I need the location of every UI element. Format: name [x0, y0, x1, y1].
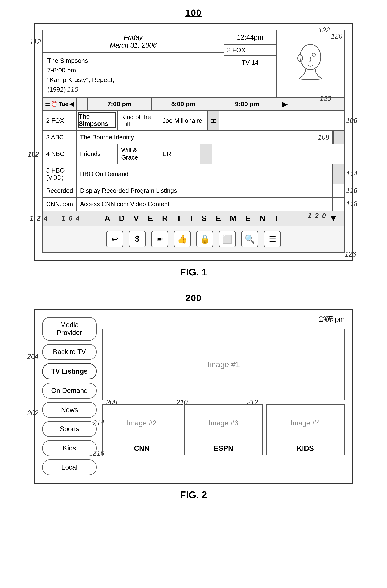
h-spacer-5: [333, 184, 344, 197]
program-bourne[interactable]: The Bourne Identity: [77, 131, 333, 144]
annot-124: 124: [30, 214, 51, 222]
nav-down-arrow[interactable]: ▼: [329, 214, 341, 223]
menu-back-to-tv[interactable]: Back to TV: [42, 344, 97, 360]
h-spacer-4: [333, 164, 344, 184]
program-joe-million[interactable]: Joe Millionaire: [159, 111, 208, 130]
fig2-content: 206 2:07 pm Image #1 208 210 212 214 216…: [102, 315, 345, 475]
program-recorded[interactable]: Display Recorded Program Listings: [77, 184, 333, 197]
ctrl-square-btn[interactable]: ⬜: [219, 231, 236, 248]
time-col-3: 9:00 pm: [215, 98, 279, 110]
thumb-label-1: ESPN: [185, 442, 262, 455]
menu-sports[interactable]: Sports: [42, 421, 97, 437]
program-cnn-video[interactable]: Access CNN.com Video Content: [77, 197, 333, 211]
fig1-label: 100: [185, 7, 202, 18]
fig1-caption: FIG. 1: [180, 267, 207, 278]
annot-108: 108: [318, 133, 329, 141]
ctrl-menu-btn[interactable]: ☰: [264, 231, 281, 248]
ctrl-search-btn[interactable]: 🔍: [241, 231, 258, 248]
h-button[interactable]: H: [208, 111, 219, 130]
h-spacer-6: [333, 197, 344, 211]
thumb-image-1: Image #3: [185, 405, 262, 442]
grid-section: 120 ☰ ⏰ 102 Tue ◀ 7:00 pm 8:00 pm 9:00 p…: [42, 98, 345, 211]
fig2-caption: FIG. 2: [180, 489, 207, 501]
channel-abc: 3 ABC: [43, 131, 77, 144]
annot-206: 206: [322, 315, 333, 323]
time-col-1: 7:00 pm: [88, 98, 152, 110]
thumb-item-1[interactable]: Image #3 ESPN: [184, 404, 263, 455]
annot-116: 116: [346, 187, 357, 195]
channel-nbc: 4 NBC: [43, 144, 77, 164]
channel-hbo: 5 HBO (VOD): [43, 164, 77, 184]
row-abc: 108 3 ABC The Bourne Identity: [43, 131, 344, 144]
fig2-main-image: Image #1: [102, 329, 345, 400]
fig2-thumbnails-grid: Image #2 CNN Image #3 ESPN Image #4 KIDS: [102, 404, 345, 455]
row-fox: 106 2 FOX The Simpsons King of the Hill …: [43, 111, 344, 131]
program-friends[interactable]: Friends: [77, 144, 118, 164]
row-hbo: 114 5 HBO (VOD) HBO On Demand: [43, 164, 344, 184]
ctrl-thumbs-btn[interactable]: 👍: [174, 231, 191, 248]
channel-recorded: Recorded: [43, 184, 77, 197]
info-time-display: 12:44pm: [224, 30, 276, 45]
program-king-hill[interactable]: King of the Hill: [118, 111, 159, 130]
svg-point-0: [300, 44, 321, 69]
grid-header-nav[interactable]: ☰ ⏰ 102 Tue ◀: [43, 98, 77, 110]
h-spacer-3: [200, 144, 212, 164]
menu-local[interactable]: Local: [42, 460, 97, 475]
avatar-image: [286, 43, 335, 84]
ctrl-lock-btn[interactable]: 🔒: [196, 231, 213, 248]
grid-header-row: ☰ ⏰ 102 Tue ◀ 7:00 pm 8:00 pm 9:00 pm ▶: [43, 98, 344, 111]
info-center-panel: 12:44pm 2 FOX TV-14: [224, 30, 277, 97]
time-col-2: 8:00 pm: [152, 98, 215, 110]
annot-120a: 120: [331, 32, 342, 40]
annot-110: 110: [67, 84, 78, 95]
thumb-image-2: Image #4: [267, 405, 344, 442]
info-date: Friday March 31, 2006: [43, 30, 224, 53]
row-nbc: 4 NBC Friends Will & Grace ER: [43, 144, 344, 164]
program-er[interactable]: ER: [159, 144, 200, 164]
thumb-item-2[interactable]: Image #4 KIDS: [266, 404, 345, 455]
info-channel: 2 FOX: [224, 45, 276, 56]
thumb-image-0: Image #2: [103, 405, 181, 442]
channel-fox: 2 FOX: [43, 111, 77, 130]
annot-114: 114: [346, 170, 357, 178]
info-show: The Simpsons 7-8:00 pm "Kamp Krusty", Re…: [43, 53, 224, 97]
info-avatar-area: 120: [277, 30, 344, 97]
program-hbo-demand[interactable]: HBO On Demand: [77, 164, 333, 184]
thumb-item-0[interactable]: Image #2 CNN: [102, 404, 181, 455]
control-bar: ↩ $ ✏ 👍 🔒 ⬜ 🔍 ☰: [42, 226, 345, 252]
fig2-header: 206 2:07 pm: [102, 315, 345, 325]
menu-news[interactable]: News: [42, 402, 97, 418]
ctrl-dollar-btn[interactable]: $: [129, 231, 146, 248]
menu-kids[interactable]: Kids: [42, 440, 97, 456]
menu-tv-listings[interactable]: TV Listings: [42, 363, 97, 379]
annot-120c: 120: [308, 212, 329, 220]
program-will-grace[interactable]: Will & Grace: [118, 144, 159, 164]
program-simpsons[interactable]: The Simpsons: [77, 111, 118, 130]
info-panel: 112 Friday March 31, 2006 The Simpsons 7…: [42, 30, 345, 98]
h-button-2: [333, 131, 344, 144]
fig2-label: 200: [185, 293, 202, 303]
annot-120b: 120: [320, 95, 331, 103]
annot-106: 106: [346, 117, 357, 125]
thumb-label-0: CNN: [103, 442, 181, 455]
annot-126: 126: [345, 250, 356, 258]
annot-112: 112: [30, 38, 41, 46]
info-left-panel: Friday March 31, 2006 The Simpsons 7-8:0…: [43, 30, 224, 97]
advert-text: A D V E R T I S E M E N T: [105, 214, 282, 223]
menu-on-demand[interactable]: On Demand: [42, 383, 97, 399]
info-rating: TV-14: [224, 56, 276, 69]
annot-102: 102: [28, 150, 39, 158]
advert-bar: 124 104 A D V E R T I S E M E N T 120 ▼: [42, 211, 345, 226]
annot-118: 118: [346, 200, 357, 208]
ctrl-pencil-btn[interactable]: ✏: [151, 231, 168, 248]
menu-media-provider[interactable]: Media Provider: [42, 317, 97, 341]
row-cnn: 118 CNN.com Access CNN.com Video Content: [43, 197, 344, 211]
thumb-label-2: KIDS: [267, 442, 344, 455]
ctrl-back-btn[interactable]: ↩: [106, 231, 123, 248]
annot-202: 202: [27, 409, 39, 417]
svg-point-2: [312, 53, 315, 56]
row-recorded: 116 Recorded Display Recorded Program Li…: [43, 184, 344, 197]
fig1-wrapper: 122 112 Friday March 31, 2006 The Simpso…: [34, 23, 353, 261]
nav-right-arrow[interactable]: ▶: [279, 98, 290, 110]
annot-204: 204: [27, 353, 39, 361]
